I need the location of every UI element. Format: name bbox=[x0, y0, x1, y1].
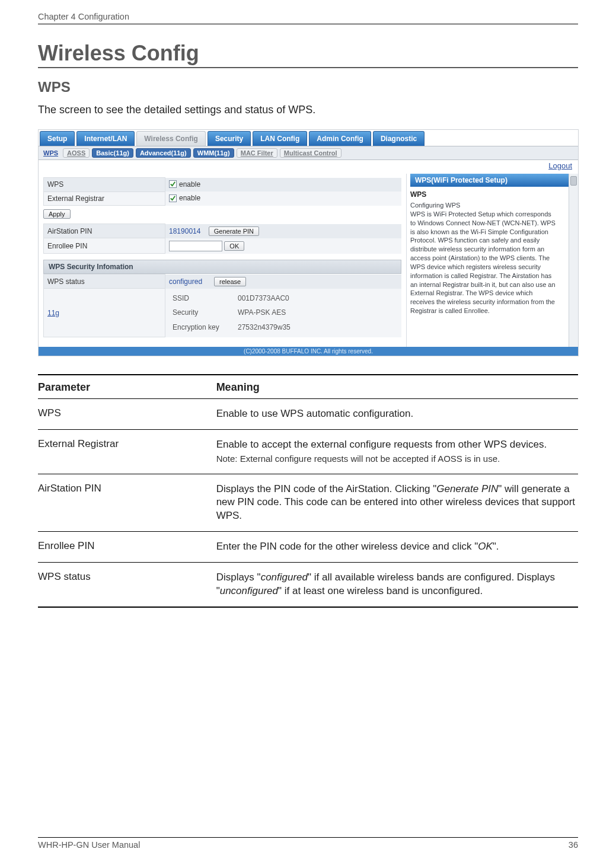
pm-note: Note: External configure requests will n… bbox=[216, 453, 578, 465]
pm-param: AirStation PIN bbox=[38, 474, 216, 532]
subtab-wmm[interactable]: WMM(11g) bbox=[193, 148, 234, 158]
table-row: WPSEnable to use WPS automatic configura… bbox=[38, 399, 578, 430]
help-subhead-wps: WPS bbox=[410, 190, 567, 199]
checkbox-checked-icon bbox=[169, 194, 177, 202]
apply-button[interactable]: Apply bbox=[43, 209, 71, 219]
row-enrollee-pin-label: Enrollee PIN bbox=[44, 238, 165, 254]
footer-manual-name: WHR-HP-GN User Manual bbox=[38, 840, 140, 850]
external-registrar-enable-label: enable bbox=[179, 194, 200, 202]
subtab-macfilter[interactable]: MAC Filter bbox=[237, 148, 277, 158]
pm-head-parameter: Parameter bbox=[38, 375, 216, 399]
checkbox-checked-icon bbox=[169, 180, 177, 188]
subtab-multicast[interactable]: Multicast Control bbox=[280, 148, 341, 158]
security-value: WPA-PSK AES bbox=[234, 305, 294, 320]
ok-button[interactable]: OK bbox=[224, 241, 244, 251]
pm-meaning: Displays the PIN code of the AirStation.… bbox=[216, 474, 578, 532]
encryption-key-label: Encryption key bbox=[169, 320, 234, 335]
embedded-screenshot: Setup Internet/LAN Wireless Config Secur… bbox=[38, 129, 579, 356]
subtab-aoss[interactable]: AOSS bbox=[63, 148, 90, 158]
subtab-wps[interactable]: WPS bbox=[41, 149, 60, 157]
pm-param: External Registrar bbox=[38, 430, 216, 474]
row-external-registrar-label: External Registrar bbox=[44, 191, 165, 206]
scroll-thumb[interactable] bbox=[570, 176, 577, 186]
header-rule bbox=[38, 24, 578, 24]
secondary-tabs: WPS AOSS Basic(11g) Advanced(11g) WMM(11… bbox=[39, 146, 578, 160]
tab-setup[interactable]: Setup bbox=[40, 131, 75, 146]
airstation-pin-value: 18190014 bbox=[169, 227, 200, 235]
encryption-key-value: 27532n4379w35 bbox=[234, 320, 294, 335]
primary-tabs: Setup Internet/LAN Wireless Config Secur… bbox=[39, 130, 578, 146]
wps-enable-label: enable bbox=[179, 180, 200, 189]
row-wps-status-label: WPS status bbox=[44, 274, 165, 289]
wps-status-value: configured bbox=[169, 277, 202, 286]
ssid-label: SSID bbox=[169, 291, 234, 306]
pm-head-meaning: Meaning bbox=[216, 375, 578, 399]
pm-meaning: Enter the PIN code for the other wireles… bbox=[216, 532, 578, 563]
tab-diagnostic[interactable]: Diagnostic bbox=[373, 131, 425, 146]
pm-param: Enrollee PIN bbox=[38, 532, 216, 563]
tab-internet-lan[interactable]: Internet/LAN bbox=[76, 131, 135, 146]
h1-underline bbox=[38, 67, 578, 68]
help-body-text: WPS is WiFi Protected Setup which corres… bbox=[410, 210, 567, 315]
page-title-h2: WPS bbox=[38, 79, 578, 95]
page-title-h1: Wireless Config bbox=[38, 41, 578, 66]
help-panel-title: WPS(WiFi Protected Setup) bbox=[410, 174, 577, 187]
tab-lan-config[interactable]: LAN Config bbox=[253, 131, 307, 146]
wps-enable-checkbox[interactable]: enable bbox=[169, 180, 200, 189]
help-scrollbar[interactable] bbox=[569, 174, 578, 347]
pm-meaning: Enable to accept the external configure … bbox=[216, 430, 578, 474]
tab-admin-config[interactable]: Admin Config bbox=[309, 131, 371, 146]
generate-pin-button[interactable]: Generate PIN bbox=[209, 226, 259, 236]
tab-wireless-config[interactable]: Wireless Config bbox=[136, 131, 206, 146]
subtab-advanced[interactable]: Advanced(11g) bbox=[136, 148, 191, 158]
parameter-meaning-table: Parameter Meaning WPSEnable to use WPS a… bbox=[38, 374, 578, 608]
row-wps-label: WPS bbox=[44, 178, 165, 192]
table-row: WPS statusDisplays "configured" if all a… bbox=[38, 563, 578, 607]
pm-meaning: Displays "configured" if all available w… bbox=[216, 563, 578, 607]
logout-link[interactable]: Logout bbox=[548, 161, 572, 170]
subtab-basic[interactable]: Basic(11g) bbox=[92, 148, 133, 158]
copyright-bar: (C)2000-2008 BUFFALO INC. All rights res… bbox=[39, 347, 578, 356]
table-row: External RegistrarEnable to accept the e… bbox=[38, 430, 578, 474]
security-label: Security bbox=[169, 305, 234, 320]
external-registrar-checkbox[interactable]: enable bbox=[169, 194, 200, 202]
band-11g-link[interactable]: 11g bbox=[47, 309, 59, 317]
table-row: AirStation PINDisplays the PIN code of t… bbox=[38, 474, 578, 532]
pm-param: WPS status bbox=[38, 563, 216, 607]
tab-security[interactable]: Security bbox=[208, 131, 251, 146]
help-subhead-configuring: Configuring WPS bbox=[410, 201, 567, 210]
release-button[interactable]: release bbox=[214, 277, 246, 286]
row-airstation-pin-label: AirStation PIN bbox=[44, 224, 165, 238]
enrollee-pin-input[interactable] bbox=[169, 241, 222, 251]
footer-page-number: 36 bbox=[569, 840, 578, 850]
intro-text: The screen to see the detailed settings … bbox=[38, 104, 578, 116]
pm-param: WPS bbox=[38, 399, 216, 430]
wps-security-info-header: WPS Security Infomation bbox=[43, 260, 401, 274]
pm-meaning: Enable to use WPS automatic configuratio… bbox=[216, 399, 578, 430]
chapter-label: Chapter 4 Configuration bbox=[38, 12, 129, 21]
ssid-value: 001D7373AAC0 bbox=[234, 291, 294, 306]
table-row: Enrollee PINEnter the PIN code for the o… bbox=[38, 532, 578, 563]
